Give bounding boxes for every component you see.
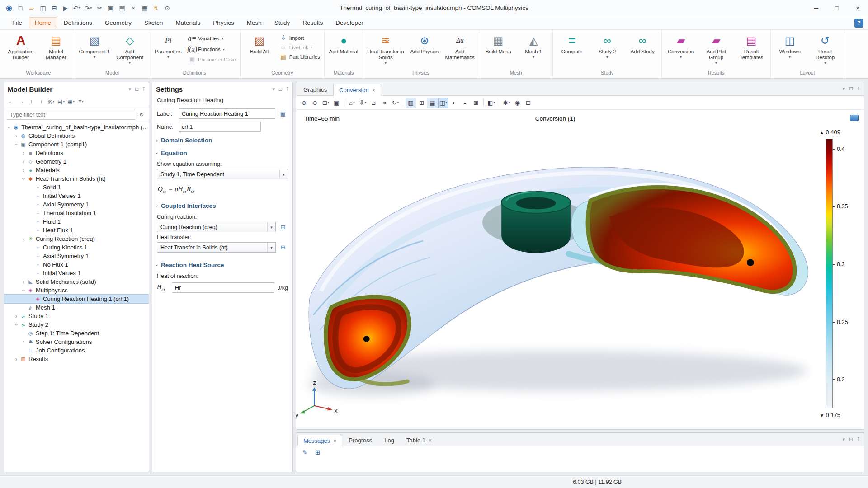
paste-button[interactable]: ▤ — [117, 3, 127, 14]
zoom-in-button[interactable]: ⊕ — [299, 98, 309, 108]
tree-item-study-1[interactable]: › ∞ Study 1 — [4, 312, 149, 320]
import-button[interactable]: ⇩ Import — [277, 33, 323, 42]
equation-assumption-dropdown[interactable]: Study 1, Time Dependent ▾ — [157, 169, 288, 179]
scene-light-button[interactable]: ◐ — [449, 98, 459, 108]
cut-button[interactable]: ✂ — [94, 3, 105, 14]
tree-item-root[interactable]: › ◉ Thermal_curing_of_basin-type_insulat… — [4, 123, 149, 131]
tree-item-no-flux-1[interactable]: ▪ No Flux 1 — [4, 260, 149, 269]
variables-button[interactable]: a= Variables ▾ — [186, 33, 239, 44]
build-mesh-button[interactable]: ▦ Build Mesh — [481, 31, 515, 70]
tab-graphics[interactable]: Graphics — [297, 84, 333, 95]
heat-transfer-dropdown[interactable]: Heat Transfer in Solids (ht) ▾ — [157, 242, 276, 253]
menu-mesh[interactable]: Mesh — [241, 17, 268, 28]
panel-menu-icon[interactable]: ▾ — [273, 86, 275, 92]
tab-progress[interactable]: Progress — [343, 434, 378, 446]
conversion-button[interactable]: ▰ Conversion ▾ — [664, 31, 698, 70]
heat-of-reaction-input[interactable] — [172, 282, 274, 293]
model-manager-button[interactable]: ▤ Model Manager — [39, 31, 73, 70]
compute-shortcut-button[interactable]: ↯ — [151, 3, 161, 14]
delete-button[interactable]: × — [128, 3, 139, 14]
close-tab-icon[interactable]: × — [333, 438, 336, 444]
section-domain-selection[interactable]: › Domain Selection — [152, 133, 292, 146]
tree-item-curing-reaction-heating-1[interactable]: ◈ Curing Reaction Heating 1 (crh1) — [4, 295, 149, 303]
search-button[interactable]: ⊙ — [162, 3, 173, 14]
help-icon[interactable]: ? — [854, 19, 863, 28]
tree-item-mesh-1[interactable]: ◭ Mesh 1 — [4, 303, 149, 312]
tree-item-thermal-insulation-1[interactable]: ▪ Thermal Insulation 1 — [4, 209, 149, 217]
view-plane-button[interactable]: ⇩▾ — [358, 98, 368, 108]
tree-item-global-definitions[interactable]: › ◍ Global Definitions — [4, 131, 149, 140]
tree-item-solid-mechanics[interactable]: › ◣ Solid Mechanics (solid) — [4, 277, 149, 286]
menu-study[interactable]: Study — [269, 17, 296, 28]
zoom-extents-button[interactable]: ⊡▾ — [321, 98, 331, 108]
show-table-button[interactable]: ⊞ — [416, 98, 427, 108]
menu-file[interactable]: File — [6, 17, 28, 28]
expand-arrow-icon[interactable]: › — [20, 159, 27, 165]
tab-table-1[interactable]: Table 1 × — [401, 434, 438, 446]
section-equation[interactable]: › Equation — [152, 146, 292, 159]
expand-arrow-icon[interactable]: › — [20, 279, 27, 285]
open-table-button[interactable]: ⊞ — [313, 448, 322, 457]
component-1-button[interactable]: ▧ Component 1 ▾ — [77, 31, 112, 70]
tree-item-curing-reaction[interactable]: › ✳ Curing Reaction (creq) — [4, 235, 149, 243]
tree-item-component-1[interactable]: › ▣ Component 1 (comp1) — [4, 140, 149, 149]
expand-arrow-icon[interactable]: › — [20, 167, 27, 174]
run-button[interactable]: ▶ — [60, 3, 71, 14]
show-grid-button[interactable]: ▦ — [427, 98, 438, 108]
appearance-button[interactable]: ◧▾ — [486, 98, 496, 108]
update-plot-button[interactable]: ↻▾ — [390, 98, 401, 108]
move-down-button[interactable]: ↓ — [37, 97, 46, 106]
tree-item-initial-values-1b[interactable]: ▪ Initial Values 1 — [4, 269, 149, 277]
environment-settings-button[interactable]: ✱▾ — [501, 98, 512, 108]
study-2-button[interactable]: ∞ Study 2 ▾ — [590, 31, 624, 70]
expand-arrow-icon[interactable]: › — [13, 133, 19, 139]
heat-transfer-in-solids-button[interactable]: ≋ Heat Transfer in Solids ▾ — [365, 31, 406, 70]
mesh-1-button[interactable]: ◭ Mesh 1 ▾ — [516, 31, 551, 70]
compute-button[interactable]: = Compute — [555, 31, 589, 70]
close-tab-icon[interactable]: × — [429, 437, 432, 444]
curing-reaction-dropdown[interactable]: Curing Reaction (creq) ▾ — [157, 222, 276, 232]
redo-button[interactable]: ↷▾ — [83, 3, 94, 14]
add-mathematics-button[interactable]: Δu Add Mathematics — [443, 31, 477, 70]
first-plot-button[interactable]: ⊿ — [368, 98, 379, 108]
add-material-button[interactable]: ● Add Material — [326, 31, 361, 70]
parameters-button[interactable]: Pi Parameters ▾ — [151, 31, 185, 70]
clear-log-button[interactable]: ✎ — [300, 448, 310, 457]
panel-menu-icon[interactable]: ▾ — [843, 436, 845, 442]
menu-developer[interactable]: Developer — [330, 17, 369, 28]
tab-messages[interactable]: Messages × — [297, 435, 342, 446]
panel-pin-icon[interactable]: ⊺ — [286, 86, 289, 92]
columns-button[interactable]: ≡▾ — [76, 97, 85, 106]
menu-home[interactable]: Home — [29, 17, 57, 28]
new-file-button[interactable]: □ — [15, 3, 26, 14]
zoom-out-button[interactable]: ⊖ — [310, 98, 320, 108]
maximize-button[interactable]: □ — [826, 0, 847, 16]
menu-geometry[interactable]: Geometry — [99, 17, 137, 28]
livelink-button[interactable]: ∞ LiveLink ▾ — [277, 42, 323, 52]
expand-arrow-icon[interactable]: › — [13, 313, 19, 319]
print-button[interactable]: ⊟ — [49, 3, 60, 14]
menu-results[interactable]: Results — [297, 17, 329, 28]
expand-arrow-icon[interactable]: › — [6, 124, 12, 131]
undo-button[interactable]: ↶▾ — [71, 3, 82, 14]
tree-item-study-2[interactable]: › ∞ Study 2 — [4, 320, 149, 329]
expand-arrow-icon[interactable]: › — [13, 356, 19, 362]
menu-sketch[interactable]: Sketch — [138, 17, 169, 28]
tree-item-initial-values-1[interactable]: ▪ Initial Values 1 — [4, 192, 149, 200]
go-to-source-button[interactable]: ⊞ — [278, 243, 288, 253]
add-physics-button[interactable]: ⊛ Add Physics — [407, 31, 442, 70]
tree-item-multiphysics[interactable]: › ◈ Multiphysics — [4, 286, 149, 295]
expand-arrow-icon[interactable]: › — [20, 236, 27, 242]
tree-item-heat-flux-1[interactable]: ▪ Heat Flux 1 — [4, 226, 149, 235]
transparency-button[interactable]: ◒ — [460, 98, 470, 108]
tree-item-curing-kinetics-1[interactable]: ▪ Curing Kinetics 1 — [4, 243, 149, 252]
expand-arrow-icon[interactable]: › — [20, 176, 27, 182]
section-reaction-heat-source[interactable]: › Reaction Heat Source — [152, 258, 292, 271]
minimize-button[interactable]: ─ — [806, 0, 826, 16]
go-back-button[interactable]: ← — [7, 97, 16, 106]
group-nodes-button[interactable]: ▤▾ — [57, 97, 66, 106]
snapshot-button[interactable]: ◉ — [512, 98, 523, 108]
tree-item-solver-configurations[interactable]: › ✱ Solver Configurations — [4, 338, 149, 346]
menu-physics[interactable]: Physics — [207, 17, 240, 28]
section-coupled-interfaces[interactable]: › Coupled Interfaces — [152, 199, 292, 211]
